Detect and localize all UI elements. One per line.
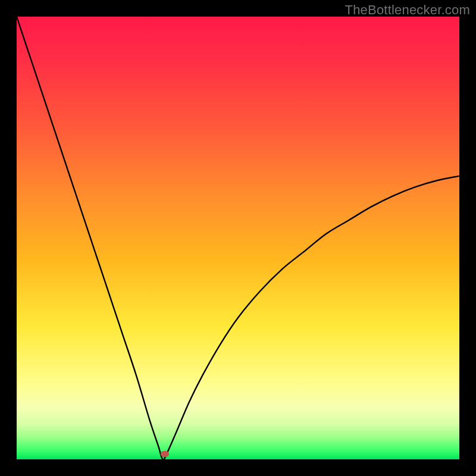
- watermark-text: TheBottlenecker.com: [345, 2, 470, 18]
- chart-plot-area: [17, 17, 459, 459]
- optimal-point-marker: [161, 451, 169, 457]
- chart-frame: TheBottlenecker.com: [0, 0, 476, 476]
- bottleneck-curve: [17, 17, 459, 459]
